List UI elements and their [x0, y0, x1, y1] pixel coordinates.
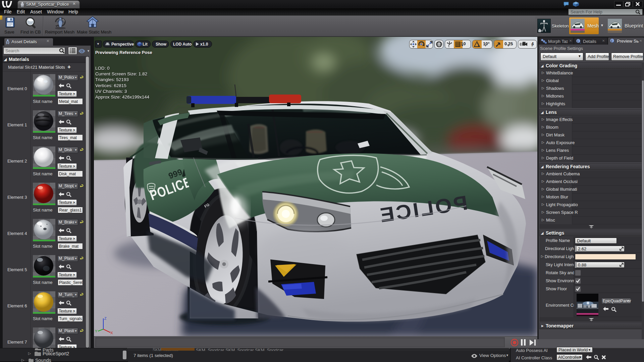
svg-text:X: X — [110, 331, 113, 334]
svg-text:i: i — [578, 39, 579, 43]
svg-text:i: i — [611, 39, 612, 43]
svg-text:Y: Y — [95, 329, 98, 333]
svg-text:Z: Z — [104, 316, 107, 320]
